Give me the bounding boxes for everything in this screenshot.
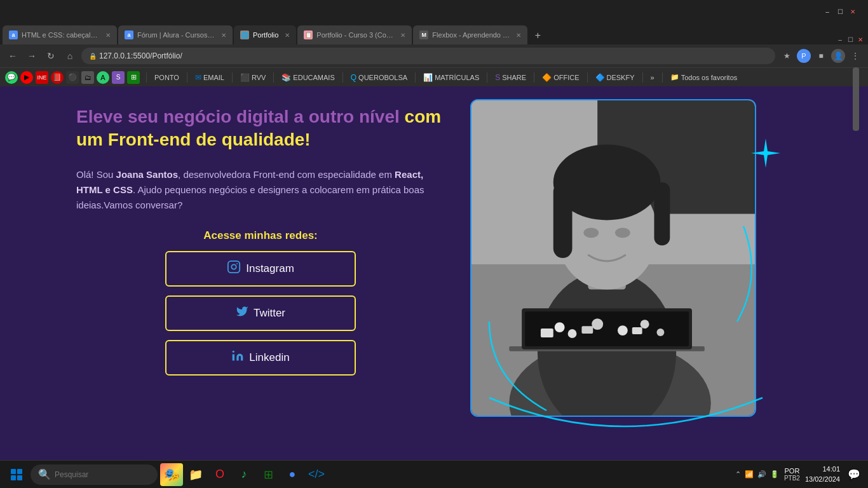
menu-button[interactable]: ⋮ <box>848 48 863 64</box>
bm-educamais[interactable]: 📚EDUCAMAIS <box>276 72 339 83</box>
vscode-icon[interactable]: </> <box>305 463 328 486</box>
tab-close-1[interactable]: ✕ <box>105 32 111 39</box>
close-button[interactable]: ✕ <box>848 6 858 17</box>
battery-icon: 🔋 <box>770 470 779 478</box>
icon6[interactable]: 🗂 <box>81 71 94 84</box>
tab-favicon-1: a <box>9 30 18 39</box>
address-bar: ← → ↻ ⌂ 🔒 127.0.0.1:5500/Portfólio/ ★ P … <box>0 44 868 67</box>
tab-2[interactable]: a Fórum | Alura - Cursos onlin... ✕ <box>118 25 233 44</box>
bm-deskfy[interactable]: 🔷DESKFY <box>590 72 640 83</box>
bm-sep-2 <box>187 72 187 83</box>
url-bar[interactable]: 🔒 127.0.0.1:5500/Portfólio/ <box>81 48 775 64</box>
opera-icon[interactable]: O <box>208 463 231 486</box>
bm-all-favorites[interactable]: 📁Todos os favoritos <box>665 72 743 83</box>
profile-avatar[interactable]: 👤 <box>831 49 845 63</box>
icon7[interactable]: A <box>97 71 109 84</box>
author-name: Joana Santos <box>116 169 179 180</box>
bm-matriculas[interactable]: 📊MATRÍCULAS <box>418 72 484 83</box>
lang-text: POR <box>784 467 800 475</box>
minimize-button-2[interactable]: – <box>835 34 845 44</box>
tab-5[interactable]: M Flexbox - Aprendendo dese... ✕ <box>413 25 527 44</box>
svg-point-24 <box>618 325 628 336</box>
back-button[interactable]: ← <box>5 48 20 64</box>
svg-point-2 <box>236 263 238 264</box>
right-section <box>470 99 769 430</box>
chevron-up-icon[interactable]: ⌃ <box>735 470 741 478</box>
bm-sep-4 <box>273 72 274 83</box>
youtube-icon[interactable]: ▶ <box>20 71 33 84</box>
bm-more[interactable]: » <box>646 72 660 83</box>
tab-1[interactable]: a HTML e CSS: cabeçalho, foo... ✕ <box>3 25 117 44</box>
sys-tray: ⌃ 📶 🔊 🔋 <box>735 470 779 478</box>
start-button[interactable] <box>5 463 28 486</box>
extension-icon[interactable]: ■ <box>813 48 829 64</box>
twitter-button[interactable]: Twitter <box>165 295 356 331</box>
kb-layout: PTB2 <box>784 475 800 482</box>
instagram-button[interactable]: Instagram <box>165 251 356 287</box>
bm-share[interactable]: SSHARE <box>490 72 531 83</box>
tab-close-2[interactable]: ✕ <box>221 32 226 39</box>
restore-button[interactable]: ☐ <box>835 6 845 17</box>
svg-point-4 <box>233 351 234 353</box>
chrome-icon[interactable]: ● <box>281 463 304 486</box>
icon5[interactable]: ⚫ <box>66 71 79 84</box>
volume-icon: 🔊 <box>757 470 766 478</box>
minimize-button[interactable]: – <box>822 6 832 17</box>
tab-close-3[interactable]: ✕ <box>285 32 290 39</box>
linkedin-button[interactable]: Linkedin <box>165 340 356 376</box>
taskbar-search[interactable]: 🔍 <box>31 464 158 485</box>
scrollbar[interactable] <box>853 67 859 86</box>
title-bar: – ☐ ✕ <box>0 0 868 23</box>
hero-description: Olá! Sou Joana Santos, desenvolvedora Fr… <box>76 167 445 213</box>
bm-office[interactable]: 🔶OFFICE <box>537 72 584 83</box>
inep-icon[interactable]: INE <box>36 71 48 84</box>
new-tab-button[interactable]: + <box>529 27 546 44</box>
windows-logo <box>11 469 22 480</box>
xbox-icon[interactable]: ⊞ <box>127 71 140 84</box>
bm-rvv[interactable]: ⬛RVV <box>235 72 271 83</box>
icon8[interactable]: S <box>112 71 125 84</box>
clock-date: 13/02/2024 <box>805 475 840 484</box>
tab-favicon-4: 📋 <box>304 30 313 39</box>
bm-ponto[interactable]: PONTO <box>149 72 184 83</box>
linkedin-icon <box>231 349 244 365</box>
tab-close-4[interactable]: ✕ <box>400 32 405 39</box>
bm-querobolsa[interactable]: QQUEROBOLSA <box>346 72 412 83</box>
carnival-icon[interactable]: 🎭 <box>160 463 183 486</box>
svg-point-21 <box>555 322 565 332</box>
profile-icon[interactable]: P <box>797 49 811 63</box>
url-text: 127.0.0.1:5500/Portfólio/ <box>99 51 182 60</box>
bm-email[interactable]: ✉EMAIL <box>190 72 229 83</box>
home-button[interactable]: ⌂ <box>62 48 78 64</box>
whatsapp-icon[interactable]: 💬 <box>5 71 18 84</box>
clock-time: 14:01 <box>805 464 840 474</box>
restore-button-2[interactable]: ☐ <box>845 34 855 44</box>
tab-close-5[interactable]: ✕ <box>516 32 521 39</box>
notification-button[interactable]: 💬 <box>845 466 863 484</box>
taskbar-apps: 🎭 📁 O ♪ ⊞ ● </> <box>160 463 733 486</box>
xbox-taskbar-icon[interactable]: ⊞ <box>257 463 280 486</box>
forward-button[interactable]: → <box>24 48 39 64</box>
tab-label-5: Flexbox - Aprendendo dese... <box>432 31 510 39</box>
svg-point-23 <box>592 318 603 330</box>
window-buttons[interactable]: – ☐ ✕ <box>822 6 858 17</box>
reload-button[interactable]: ↻ <box>43 48 58 64</box>
spotify-icon[interactable]: ♪ <box>233 463 255 486</box>
close-button-2[interactable]: ✕ <box>855 34 865 44</box>
search-input[interactable] <box>55 470 144 479</box>
tab-favicon-5: M <box>419 30 428 39</box>
system-clock: 14:01 13/02/2024 <box>805 464 840 484</box>
tab-3-active[interactable]: 🌐 Portfolio ✕ <box>234 25 296 44</box>
svg-point-22 <box>568 329 577 338</box>
bookmark-star-icon[interactable]: ★ <box>779 48 794 64</box>
twitter-label: Twitter <box>254 307 285 320</box>
icon4[interactable]: 📕 <box>51 71 64 84</box>
file-explorer-icon[interactable]: 📁 <box>184 463 207 486</box>
browser-chrome: – ☐ ✕ a HTML e CSS: cabeçalho, foo... ✕ … <box>0 0 868 86</box>
svg-point-17 <box>615 227 630 238</box>
tab-4[interactable]: 📋 Portfolio - Curso 3 (Copy) –... ✕ <box>297 25 412 44</box>
person-image-container <box>470 99 756 417</box>
social-section: Acesse minhas redes: Instagram <box>76 229 445 376</box>
svg-rect-3 <box>233 355 234 361</box>
tab-label-3: Portfolio <box>253 31 278 39</box>
